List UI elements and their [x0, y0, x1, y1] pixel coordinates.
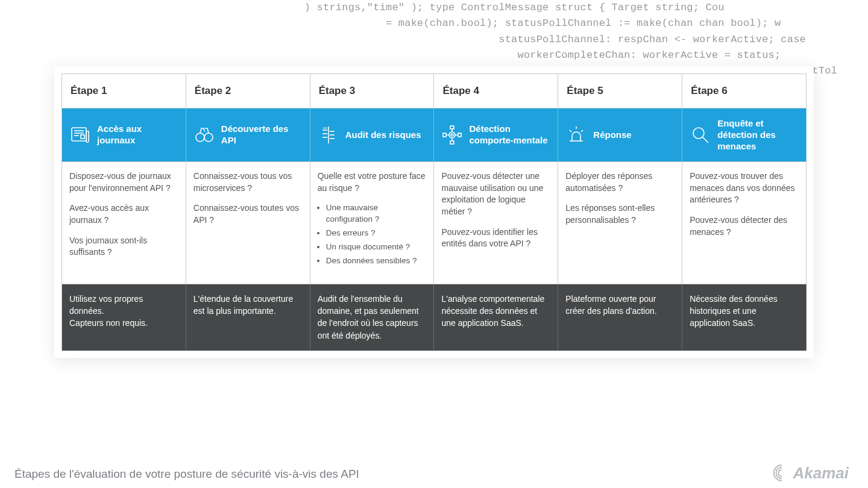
- newspaper-icon: [69, 124, 91, 146]
- footer-5: Plateforme ouverte pour créer des plans …: [558, 284, 682, 351]
- svg-point-30: [693, 128, 704, 139]
- svg-point-16: [449, 132, 455, 138]
- title-cell-3: ou Audit des risques: [310, 108, 435, 162]
- akamai-logo: Akamai: [772, 463, 849, 483]
- svg-rect-20: [443, 133, 446, 137]
- logo-text: Akamai: [793, 464, 849, 483]
- questions-2: Connaissez-vous tous vos microservices ?…: [186, 162, 310, 284]
- title-5: Réponse: [593, 130, 631, 141]
- svg-line-28: [570, 130, 571, 132]
- footer-3: Audit de l'ensemble du domaine, et pas s…: [310, 284, 435, 351]
- svg-line-29: [581, 130, 583, 132]
- title-cell-1: Accès aux journaux: [62, 108, 186, 162]
- svg-point-6: [204, 133, 213, 142]
- footer-1: Utilisez vos propres données.Capteurs no…: [62, 284, 186, 351]
- svg-text:ou: ou: [323, 126, 327, 130]
- svg-point-5: [196, 133, 204, 142]
- step-header-3: Étape 3: [310, 74, 435, 108]
- title-cell-2: Découverte des API: [186, 108, 310, 162]
- svg-point-17: [451, 134, 453, 136]
- svg-rect-21: [458, 133, 461, 137]
- questions-4: Pouvez-vous détecter une mauvaise utilis…: [434, 162, 558, 284]
- magnify-icon: [690, 124, 711, 146]
- footer-2: L'étendue de la couverture est la plus i…: [186, 284, 310, 351]
- steps-grid: Étape 1 Étape 2 Étape 3 Étape 4 Étape 5 …: [61, 74, 807, 351]
- svg-rect-4: [81, 135, 84, 139]
- title-2: Découverte des API: [221, 124, 303, 146]
- title-1: Accès aux journaux: [97, 124, 178, 146]
- step-header-1: Étape 1: [62, 74, 186, 108]
- questions-1: Disposez-vous de journaux pour l'environ…: [62, 162, 186, 284]
- title-cell-4: Détection comporte-mentale: [434, 108, 558, 162]
- caption: Étapes de l'évaluation de votre posture …: [14, 468, 359, 481]
- step-header-5: Étape 5: [558, 74, 682, 108]
- diagram-card: Étape 1 Étape 2 Étape 3 Étape 4 Étape 5 …: [54, 66, 814, 358]
- svg-line-31: [703, 137, 708, 143]
- title-cell-5: Réponse: [558, 108, 682, 162]
- title-4: Détection comporte-mentale: [469, 124, 550, 146]
- akamai-wave-icon: [772, 463, 792, 483]
- binoculars-icon: [193, 124, 215, 146]
- audit-icon: ou: [318, 124, 339, 146]
- network-icon: [441, 124, 463, 146]
- step-header-6: Étape 6: [682, 74, 807, 108]
- svg-rect-18: [450, 126, 454, 129]
- step-header-4: Étape 4: [434, 74, 558, 108]
- title-3: Audit des risques: [345, 130, 421, 141]
- footer-4: L'analyse comportementale nécessite des …: [434, 284, 558, 351]
- questions-5: Déployer des réponses automatisées ? Les…: [558, 162, 682, 284]
- siren-icon: [565, 124, 587, 146]
- title-6: Enquête et détection des menaces: [717, 118, 799, 152]
- questions-3: Quelle est votre posture face au risque …: [310, 162, 435, 284]
- footer-6: Nécessite des données historiques et une…: [682, 284, 807, 351]
- step-header-2: Étape 2: [186, 74, 310, 108]
- title-cell-6: Enquête et détection des menaces: [682, 108, 807, 162]
- questions-6: Pouvez-vous trouver des menaces dans vos…: [682, 162, 807, 284]
- svg-rect-19: [450, 141, 454, 144]
